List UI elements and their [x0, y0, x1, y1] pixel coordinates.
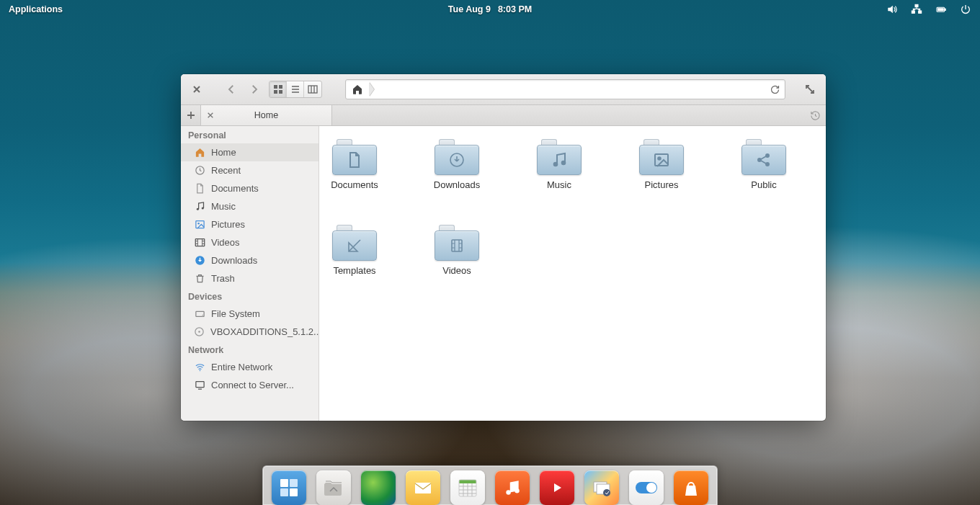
folder-view[interactable]: DocumentsDownloadsMusicPicturesPublicTem… — [319, 126, 826, 421]
dock-multitask[interactable] — [272, 470, 306, 505]
sidebar-item-entire-network[interactable]: Entire Network — [181, 358, 318, 376]
sidebar-item-home[interactable]: Home — [181, 143, 318, 161]
sidebar-item-music[interactable]: Music — [181, 197, 318, 215]
forward-button[interactable] — [246, 81, 263, 98]
folder-icon — [332, 139, 377, 175]
appcenter-icon — [680, 477, 702, 499]
dock-videos[interactable] — [540, 470, 574, 505]
sidebar-item-downloads[interactable]: Downloads — [181, 251, 318, 269]
folder-icon — [741, 139, 786, 175]
music-icon — [503, 478, 522, 497]
folder-videos[interactable]: Videos — [432, 225, 482, 276]
view-columns-button[interactable] — [304, 81, 321, 97]
close-icon[interactable] — [188, 81, 205, 98]
sidebar-item-label: Entire Network — [211, 362, 272, 372]
image-icon — [194, 219, 205, 231]
panel-time[interactable]: 8:03 PM — [498, 4, 532, 14]
sidebar-item-label: Videos — [211, 237, 240, 248]
sidebar-item-label: VBOXADDITIONS_5.1.2... — [210, 326, 319, 337]
folder-icon — [639, 139, 684, 175]
dock-photos[interactable] — [584, 470, 619, 505]
tab-close-icon[interactable] — [207, 112, 220, 119]
maximize-button[interactable] — [801, 81, 819, 98]
sidebar-item-label: Pictures — [211, 219, 245, 230]
sidebar-item-connect-to-server-[interactable]: Connect to Server... — [181, 376, 318, 394]
applications-menu[interactable]: Applications — [9, 4, 63, 14]
tab-history-button[interactable] — [804, 105, 826, 125]
sidebar-item-pictures[interactable]: Pictures — [181, 215, 318, 233]
dock-settings[interactable] — [629, 470, 664, 505]
folder-icon — [435, 225, 479, 261]
dock-music[interactable] — [495, 470, 530, 505]
svg-rect-32 — [290, 488, 298, 496]
titlebar[interactable] — [181, 74, 826, 105]
svg-point-37 — [514, 488, 520, 493]
dock-calendar[interactable] — [450, 470, 485, 505]
video-icon — [194, 237, 205, 249]
volume-icon[interactable] — [886, 4, 898, 15]
battery-icon[interactable] — [935, 4, 947, 15]
dock-browser[interactable] — [361, 470, 396, 505]
screen-icon — [194, 380, 205, 391]
dock-appcenter[interactable] — [674, 470, 708, 505]
path-bar[interactable] — [345, 79, 785, 99]
sidebar-heading-personal: Personal — [181, 126, 318, 143]
svg-rect-17 — [915, 4, 918, 6]
sidebar-item-videos[interactable]: Videos — [181, 233, 318, 251]
svg-point-40 — [603, 489, 610, 496]
sidebar: Personal HomeRecentDocumentsMusicPicture… — [181, 126, 319, 421]
folder-documents[interactable]: Documents — [329, 139, 380, 190]
download-icon — [194, 255, 205, 267]
sidebar-item-file-system[interactable]: File System — [181, 305, 318, 323]
folder-templates[interactable]: Templates — [329, 225, 380, 276]
dock-files[interactable] — [316, 470, 351, 505]
folder-label: Pictures — [645, 179, 679, 190]
folder-music[interactable]: Music — [534, 139, 584, 190]
folder-label: Public — [751, 179, 776, 190]
svg-rect-24 — [279, 85, 282, 89]
sidebar-item-documents[interactable]: Documents — [181, 179, 318, 197]
view-icons-button[interactable] — [270, 81, 287, 97]
reload-button[interactable] — [765, 84, 785, 95]
sidebar-item-recent[interactable]: Recent — [181, 161, 318, 179]
wifi-icon — [194, 362, 205, 373]
desktop: Applications Tue Aug 9 8:03 PM — [0, 0, 980, 505]
tab-home[interactable]: Home — [201, 105, 332, 125]
sidebar-heading-network: Network — [181, 341, 318, 358]
sidebar-item-label: Downloads — [211, 255, 257, 266]
view-mode-group — [269, 81, 322, 98]
file-manager-window: Home Personal HomeRecentDocumentsMusicPi… — [181, 74, 826, 421]
top-panel: Applications Tue Aug 9 8:03 PM — [0, 0, 980, 19]
view-list-button[interactable] — [287, 81, 304, 97]
svg-rect-27 — [308, 86, 317, 93]
svg-rect-26 — [279, 90, 282, 94]
sidebar-heading-devices: Devices — [181, 287, 318, 305]
drive-icon — [194, 308, 205, 320]
folder-public[interactable]: Public — [739, 139, 789, 190]
power-icon[interactable] — [960, 4, 971, 15]
svg-rect-18 — [912, 11, 914, 13]
music-icon — [194, 201, 205, 213]
files-icon — [321, 475, 346, 500]
back-button[interactable] — [223, 81, 240, 98]
sidebar-item-label: Documents — [211, 183, 259, 194]
calendar-icon — [455, 475, 480, 500]
svg-rect-23 — [274, 85, 277, 89]
folder-label: Videos — [442, 265, 471, 276]
panel-date[interactable]: Tue Aug 9 — [448, 4, 491, 14]
folder-icon — [537, 139, 582, 175]
folder-label: Documents — [331, 179, 378, 190]
sidebar-item-trash[interactable]: Trash — [181, 269, 318, 287]
folder-pictures[interactable]: Pictures — [636, 139, 687, 190]
new-tab-button[interactable] — [181, 105, 201, 125]
folder-downloads[interactable]: Downloads — [432, 139, 482, 190]
path-home-segment[interactable] — [346, 80, 369, 99]
tab-bar: Home — [181, 105, 826, 126]
svg-rect-21 — [937, 9, 943, 11]
svg-rect-30 — [290, 479, 298, 487]
dock-mail[interactable] — [406, 470, 440, 505]
sidebar-item-label: Connect to Server... — [211, 380, 294, 390]
sidebar-item-vboxadditions-[interactable]: VBOXADDITIONS_5.1.2... — [181, 323, 318, 341]
svg-rect-33 — [415, 483, 431, 493]
network-icon[interactable] — [911, 4, 922, 15]
